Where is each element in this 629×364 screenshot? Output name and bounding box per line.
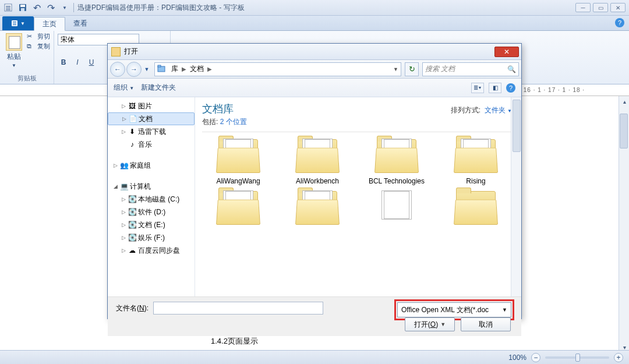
redo-icon[interactable]: ↷ bbox=[45, 2, 56, 13]
tree-homegroup[interactable]: ▷👥家庭组 bbox=[108, 159, 195, 172]
ribbon-tabs: ▼ 主页 查看 ? bbox=[0, 16, 629, 31]
underline-button[interactable]: U bbox=[86, 56, 97, 68]
computer-icon: 💻 bbox=[120, 182, 128, 190]
folder-item[interactable]: AliWorkbench bbox=[281, 136, 354, 185]
folder-item[interactable] bbox=[281, 188, 354, 229]
italic-button[interactable]: I bbox=[72, 56, 83, 68]
tree-drive-d[interactable]: ▷💽软件 (D:) bbox=[108, 206, 195, 218]
dialog-nav-bar: ← → ▼ 库 ▶ 文档 ▶ ▼ ↻ 搜索 文档 🔍 bbox=[108, 60, 521, 79]
forward-button[interactable]: → bbox=[126, 62, 142, 77]
folder-item[interactable] bbox=[440, 188, 512, 229]
filename-input[interactable] bbox=[153, 302, 323, 314]
tree-drive-f[interactable]: ▷💽娱乐 (F:) bbox=[108, 231, 195, 244]
locations-link[interactable]: 2 个位置 bbox=[220, 118, 247, 126]
file-view-scrollbar[interactable] bbox=[511, 97, 521, 296]
bold-button[interactable]: B bbox=[58, 56, 69, 68]
dialog-title-bar[interactable]: 打开 ✕ bbox=[108, 44, 521, 60]
download-icon: ⬇ bbox=[128, 128, 136, 136]
vertical-scrollbar[interactable]: ▴ ▾ bbox=[619, 96, 629, 352]
cancel-button[interactable]: 取消 bbox=[461, 317, 511, 331]
undo-icon[interactable]: ↶ bbox=[31, 2, 42, 13]
folder-item[interactable]: Rising bbox=[440, 136, 512, 185]
new-folder-button[interactable]: 新建文件夹 bbox=[141, 83, 176, 93]
folder-item[interactable]: AliWangWang bbox=[202, 136, 274, 185]
tree-pictures[interactable]: ▷🖼图片 bbox=[108, 100, 195, 112]
dialog-help-icon[interactable]: ? bbox=[506, 83, 515, 93]
filetype-combo[interactable]: Office Open XML 文档(*.doc ▼ bbox=[397, 302, 511, 317]
folder-item[interactable]: BCL Technologies bbox=[361, 136, 433, 185]
history-dropdown-icon[interactable]: ▼ bbox=[143, 63, 151, 75]
tree-music[interactable]: ♪音乐 bbox=[108, 138, 195, 151]
scroll-thumb[interactable] bbox=[513, 100, 521, 152]
dialog-title: 打开 bbox=[124, 47, 138, 56]
file-tab[interactable]: ▼ bbox=[2, 16, 34, 30]
breadcrumb[interactable]: 库 ▶ 文档 ▶ ▼ bbox=[154, 62, 401, 76]
nav-tree: ▷🖼图片 ▷📄文档 ▷⬇迅雷下载 ♪音乐 ▷👥家庭组 ◢💻计算机 ▷💽本地磁盘 … bbox=[108, 97, 195, 296]
refresh-button[interactable]: ↻ bbox=[405, 62, 419, 76]
folder-label: AliWangWang bbox=[216, 177, 260, 185]
tree-computer[interactable]: ◢💻计算机 bbox=[108, 180, 195, 193]
svg-rect-5 bbox=[20, 5, 25, 7]
quick-access-toolbar: ↶ ↷ ▼ bbox=[17, 2, 70, 13]
preview-pane-button[interactable]: ◧ bbox=[489, 83, 501, 93]
cut-button[interactable]: ✂剪切 bbox=[27, 32, 50, 41]
tree-xunlei[interactable]: ▷⬇迅雷下载 bbox=[108, 125, 195, 138]
search-input[interactable]: 搜索 文档 🔍 bbox=[422, 62, 519, 76]
view-mode-button[interactable]: ≣ ▼ bbox=[471, 83, 484, 93]
filename-label: 文件名(N): bbox=[116, 303, 149, 313]
folder-label: AliWorkbench bbox=[296, 177, 339, 185]
file-view: 文档库 包括: 2 个位置 排列方式: 文件夹 ▼ AliWangWang Al… bbox=[195, 97, 521, 296]
save-icon[interactable] bbox=[17, 2, 28, 13]
library-icon bbox=[157, 65, 167, 74]
tab-home[interactable]: 主页 bbox=[34, 17, 65, 31]
drive-icon: 💽 bbox=[128, 195, 136, 203]
svg-rect-2 bbox=[6, 8, 10, 9]
copy-button[interactable]: ⧉复制 bbox=[27, 42, 50, 51]
organize-menu[interactable]: 组织 ▼ bbox=[114, 83, 134, 93]
svg-rect-1 bbox=[6, 6, 10, 7]
system-menu-icon[interactable] bbox=[2, 2, 14, 13]
minimize-button[interactable]: ─ bbox=[575, 3, 591, 12]
folder-item[interactable] bbox=[361, 188, 433, 229]
back-button[interactable]: ← bbox=[110, 62, 125, 77]
paste-button[interactable]: 粘贴 ▼ bbox=[3, 32, 24, 69]
sort-value-link[interactable]: 文件夹 ▼ bbox=[485, 106, 512, 114]
open-button[interactable]: 打开(O)▼ bbox=[405, 317, 455, 331]
close-button[interactable]: ✕ bbox=[610, 3, 626, 12]
chevron-right-icon: ▶ bbox=[181, 66, 188, 72]
breadcrumb-dropdown-icon[interactable]: ▼ bbox=[393, 66, 398, 72]
copy-icon: ⧉ bbox=[27, 43, 35, 51]
zoom-level: 100% bbox=[508, 354, 526, 362]
status-bar: 100% − + bbox=[0, 350, 629, 364]
tree-documents[interactable]: ▷📄文档 bbox=[108, 112, 195, 125]
zoom-slider[interactable] bbox=[545, 356, 609, 359]
svg-rect-9 bbox=[13, 23, 16, 24]
dialog-toolbar: 组织 ▼ 新建文件夹 ≣ ▼ ◧ ? bbox=[108, 79, 521, 97]
folder-label: Rising bbox=[466, 177, 485, 185]
sort-by: 排列方式: 文件夹 ▼ bbox=[451, 105, 512, 115]
maximize-button[interactable]: ▭ bbox=[593, 3, 608, 12]
tree-drive-e[interactable]: ▷💽文档 (E:) bbox=[108, 218, 195, 231]
dialog-footer: 文件名(N): Office Open XML 文档(*.doc ▼ 打开(O)… bbox=[108, 296, 521, 336]
zoom-in-button[interactable]: + bbox=[614, 353, 623, 362]
scroll-thumb[interactable] bbox=[620, 114, 628, 149]
tree-baidu[interactable]: ▷☁百度云同步盘 bbox=[108, 244, 195, 257]
homegroup-icon: 👥 bbox=[120, 161, 128, 169]
folder-open-icon bbox=[111, 47, 121, 56]
drive-icon: 💽 bbox=[128, 234, 136, 242]
dialog-close-button[interactable]: ✕ bbox=[494, 47, 519, 57]
zoom-out-button[interactable]: − bbox=[531, 353, 540, 362]
tree-drive-c[interactable]: ▷💽本地磁盘 (C:) bbox=[108, 193, 195, 206]
paste-label: 粘贴 bbox=[7, 52, 21, 62]
scroll-up-icon[interactable]: ▴ bbox=[619, 96, 629, 107]
folder-label: BCL Technologies bbox=[369, 177, 425, 185]
qat-dropdown-icon[interactable]: ▼ bbox=[59, 2, 70, 13]
folder-item[interactable] bbox=[202, 188, 274, 229]
open-dialog: 打开 ✕ ← → ▼ 库 ▶ 文档 ▶ ▼ ↻ 搜索 文档 🔍 组织 ▼ 新建文… bbox=[107, 43, 522, 319]
tab-view[interactable]: 查看 bbox=[65, 16, 96, 30]
help-icon[interactable]: ? bbox=[615, 18, 624, 27]
picture-icon: 🖼 bbox=[128, 102, 136, 110]
scissors-icon: ✂ bbox=[27, 33, 35, 41]
drive-icon: 💽 bbox=[128, 221, 136, 229]
zoom-slider-thumb[interactable] bbox=[575, 354, 580, 362]
